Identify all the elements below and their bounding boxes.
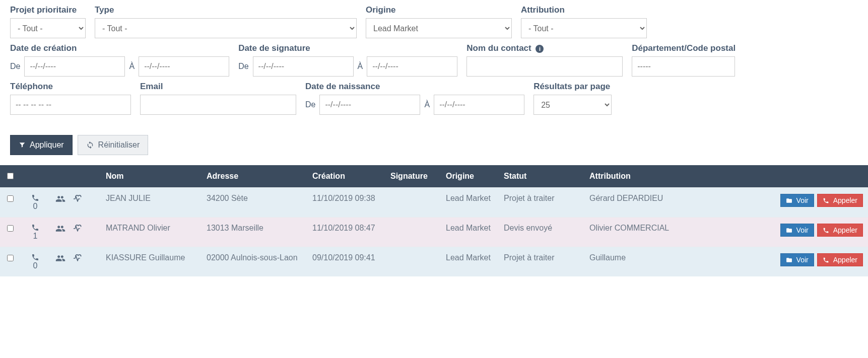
cell-statut: Devis envoyé <box>499 218 584 247</box>
phone-count: 1 <box>25 224 45 241</box>
label-nom-contact: Nom du contact i <box>466 43 623 53</box>
field-resultats-par-page: Résultats par page 25 <box>533 82 612 115</box>
phone-icon <box>823 227 829 234</box>
phone-icon <box>31 224 39 232</box>
field-nom-contact: Nom du contact i <box>466 43 623 77</box>
col-creation: Création <box>307 165 385 188</box>
folder-icon <box>786 257 792 263</box>
field-date-signature: Date de signature De À <box>238 43 457 77</box>
label-telephone: Téléphone <box>10 82 131 92</box>
select-attribution[interactable]: - Tout - <box>521 18 647 38</box>
phone-count-value: 0 <box>33 202 38 211</box>
cell-attribution: Guillaume <box>584 247 680 277</box>
cell-adresse: 34200 Sète <box>202 188 307 218</box>
col-signature: Signature <box>385 165 441 188</box>
field-projet-prioritaire: Projet prioritaire - Tout - <box>10 5 86 38</box>
cell-signature <box>385 218 441 247</box>
label-departement: Département/Code postal <box>632 43 736 53</box>
label-de: De <box>10 62 20 71</box>
cell-nom: MATRAND Olivier <box>101 218 202 247</box>
filter-buttons: Appliquer Réinitialiser <box>0 125 868 165</box>
select-type[interactable]: - Tout - <box>95 18 357 38</box>
input-date-creation-to[interactable] <box>139 56 229 77</box>
cell-attribution: Olivier COMMERCIAL <box>584 218 680 247</box>
cell-signature <box>385 247 441 277</box>
col-origine: Origine <box>441 165 499 188</box>
heartbeat-icon[interactable] <box>73 253 83 263</box>
phone-count-value: 0 <box>33 261 38 270</box>
cell-adresse: 13013 Marseille <box>202 218 307 247</box>
field-origine: Origine Lead Market <box>366 5 512 38</box>
label-a: À <box>358 62 363 71</box>
cell-origine: Lead Market <box>441 218 499 247</box>
table-row: 0 JEAN JULIE 34200 Sète 11/10/2019 09:38… <box>0 188 868 218</box>
input-email[interactable] <box>140 95 296 115</box>
cell-nom: KIASSURE Guillaume <box>101 247 202 277</box>
label-date-naissance: Date de naissance <box>305 82 524 92</box>
label-attribution: Attribution <box>521 5 647 15</box>
label-date-creation: Date de création <box>10 43 229 53</box>
select-all-checkbox[interactable] <box>7 173 14 179</box>
appeler-button[interactable]: Appeler <box>817 253 863 266</box>
row-checkbox[interactable] <box>7 195 14 202</box>
cell-origine: Lead Market <box>441 247 499 277</box>
label-date-signature: Date de signature <box>238 43 457 53</box>
heartbeat-icon[interactable] <box>73 224 83 234</box>
cell-origine: Lead Market <box>441 188 499 218</box>
field-date-creation: Date de création De À <box>10 43 229 77</box>
col-statut: Statut <box>499 165 584 188</box>
info-icon[interactable]: i <box>536 45 544 53</box>
field-telephone: Téléphone <box>10 82 131 115</box>
field-date-naissance: Date de naissance De À <box>305 82 524 115</box>
folder-icon <box>786 227 792 234</box>
cell-creation: 09/10/2019 09:41 <box>307 247 385 277</box>
phone-count-value: 1 <box>33 232 38 241</box>
row-checkbox[interactable] <box>7 255 14 261</box>
voir-button[interactable]: Voir <box>780 253 814 266</box>
input-date-naissance-from[interactable] <box>319 95 420 115</box>
input-date-signature-to[interactable] <box>367 56 457 77</box>
cell-signature <box>385 188 441 218</box>
voir-button[interactable]: Voir <box>780 224 814 237</box>
table-header-row: Nom Adresse Création Signature Origine S… <box>0 165 868 188</box>
cell-statut: Projet à traiter <box>499 188 584 218</box>
select-origine[interactable]: Lead Market <box>366 18 512 38</box>
input-departement[interactable] <box>632 56 735 77</box>
users-icon[interactable] <box>55 224 65 234</box>
phone-icon <box>31 194 39 202</box>
heartbeat-icon[interactable] <box>73 194 83 204</box>
refresh-icon <box>86 141 94 149</box>
phone-count: 0 <box>25 253 45 270</box>
results-table: Nom Adresse Création Signature Origine S… <box>0 165 868 276</box>
input-nom-contact[interactable] <box>466 56 623 77</box>
users-icon[interactable] <box>55 253 65 263</box>
appeler-button[interactable]: Appeler <box>817 194 863 207</box>
field-type: Type - Tout - <box>95 5 357 38</box>
cell-adresse: 02000 Aulnois-sous-Laon <box>202 247 307 277</box>
appeler-button[interactable]: Appeler <box>817 224 863 237</box>
label-de: De <box>238 62 248 71</box>
select-projet-prioritaire[interactable]: - Tout - <box>10 18 86 38</box>
cell-statut: Projet à traiter <box>499 247 584 277</box>
field-email: Email <box>140 82 296 115</box>
phone-icon <box>823 257 829 263</box>
reinitialiser-button[interactable]: Réinitialiser <box>78 135 149 155</box>
col-nom: Nom <box>101 165 202 188</box>
label-projet-prioritaire: Projet prioritaire <box>10 5 86 15</box>
phone-icon <box>823 197 829 204</box>
row-checkbox[interactable] <box>7 225 14 232</box>
phone-count: 0 <box>25 194 45 211</box>
phone-icon <box>31 253 39 261</box>
select-resultats-par-page[interactable]: 25 <box>533 95 612 115</box>
folder-icon <box>786 197 792 204</box>
label-email: Email <box>140 82 296 92</box>
filter-icon <box>19 141 26 149</box>
voir-button[interactable]: Voir <box>780 194 814 207</box>
input-date-signature-from[interactable] <box>253 56 354 77</box>
appliquer-button[interactable]: Appliquer <box>10 135 73 155</box>
users-icon[interactable] <box>55 194 65 204</box>
input-telephone[interactable] <box>10 95 131 115</box>
label-resultats-par-page: Résultats par page <box>533 82 612 92</box>
input-date-naissance-to[interactable] <box>434 95 524 115</box>
input-date-creation-from[interactable] <box>24 56 125 77</box>
